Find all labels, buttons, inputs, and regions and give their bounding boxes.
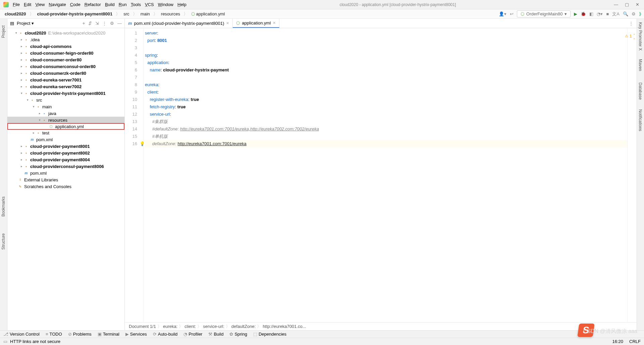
tree-item[interactable]: ▸▪cloud-eureka-server7002 — [7, 83, 124, 90]
user-icon[interactable]: 👤▾ — [499, 11, 506, 16]
minimize-icon[interactable]: — — [614, 2, 618, 7]
code-line[interactable]: #单机版​ — [145, 133, 627, 140]
profile-icon[interactable]: ◔▾ — [597, 11, 603, 16]
warning-count[interactable]: ⚠ 1 ˄ ˅ — [625, 30, 635, 42]
bottom-tool-profiler[interactable]: ◔Profiler — [183, 332, 202, 337]
code-line[interactable]: spring:​ — [145, 52, 627, 59]
bottom-tool-dependencies[interactable]: ⬚Dependencies — [253, 332, 286, 337]
right-tab-keypromoter[interactable]: Key Promoter X — [638, 22, 643, 51]
editor-crumb-item[interactable]: defaultZone: — [231, 324, 256, 329]
tree-item[interactable]: ✎Scratches and Consoles — [7, 183, 124, 190]
breadcrumb[interactable]: cloud2020〉cloud-provider-hystrix-payment… — [3, 11, 227, 17]
tree-item[interactable]: ⫴External Libraries — [7, 176, 124, 183]
left-tab-structure[interactable]: Structure — [1, 233, 6, 250]
translate-icon[interactable]: 文A — [612, 11, 620, 17]
code-line[interactable]: ​ — [145, 74, 627, 81]
menu-vcs[interactable]: VCS — [145, 2, 154, 7]
tree-item[interactable]: mpom.xml — [7, 136, 124, 143]
tree-item[interactable]: ▾▪resources — [7, 117, 124, 123]
menu-help[interactable]: Help — [177, 2, 186, 7]
code-line[interactable]: client:​ — [145, 89, 627, 96]
menu-navigate[interactable]: Navigate — [49, 2, 66, 7]
status-line-sep[interactable]: CRLF — [629, 339, 641, 344]
gear-icon[interactable]: ⚙ — [632, 11, 636, 16]
tree-item[interactable]: ▸▪cloud-provider-payment8002 — [7, 150, 124, 156]
code-line[interactable]: #集群版​ — [145, 118, 627, 125]
breadcrumb-item[interactable]: main — [139, 11, 152, 16]
bottom-tool-todo[interactable]: ≡TODO — [46, 332, 62, 337]
right-tab-database[interactable]: Database — [638, 82, 643, 100]
breadcrumb-item[interactable]: cloud-provider-hystrix-payment8001 — [35, 11, 115, 16]
maximize-icon[interactable]: ▢ — [625, 2, 629, 7]
menu-build[interactable]: Build — [105, 2, 115, 7]
bottom-tool-spring[interactable]: ✿Spring — [229, 332, 247, 337]
run-icon[interactable]: ▶ — [574, 11, 577, 16]
code-line[interactable]: name: cloud-provider-hystrix-payment​ — [145, 66, 627, 74]
project-panel-title[interactable]: Project ▾ — [17, 21, 34, 26]
right-tab-notifications[interactable]: Notifications — [638, 109, 643, 131]
editor-crumb-item[interactable]: client: — [184, 324, 196, 329]
code-line[interactable]: 💡 defaultZone: http://eureka7001.com:700… — [145, 140, 627, 148]
tree-item[interactable]: ⬡application.yml — [7, 123, 124, 130]
settings-icon[interactable]: ⚙ — [110, 21, 114, 26]
tree-item[interactable]: ▸▪test — [7, 129, 124, 136]
editor-tab[interactable]: mpom.xml (cloud-provider-hystrix-payment… — [125, 19, 233, 28]
editor-crumb-item[interactable]: Document 1/1 — [129, 324, 156, 329]
expand-all-icon[interactable]: ⇵ — [88, 21, 92, 26]
cwm-icon[interactable]: ⟫ — [639, 11, 641, 16]
bottom-tool-problems[interactable]: ⊘Problems — [68, 332, 92, 337]
tree-item[interactable]: ▸▪cloud-eureka-server7001 — [7, 76, 124, 83]
tree-item[interactable]: ▸▪java — [7, 110, 124, 117]
menu-code[interactable]: Code — [70, 2, 80, 7]
tree-item[interactable]: ▸▪cloud-consumer-feign-order80 — [7, 50, 124, 56]
tree-item[interactable]: ▸▪cloud-api-commons — [7, 43, 124, 50]
project-tree[interactable]: ▾▪cloud2020E:\idea-workspace\cloud2020▸▪… — [7, 28, 124, 191]
tree-item[interactable]: ▸▪.idea — [7, 36, 124, 43]
tab-close-icon[interactable]: ✕ — [226, 21, 229, 25]
tree-item[interactable]: ▸▪cloud-consumerconsul-order80 — [7, 63, 124, 70]
project-view-icon[interactable]: ▤ — [10, 21, 14, 26]
breadcrumb-item[interactable]: src — [121, 11, 131, 16]
editor-tab[interactable]: ⬡application.yml✕ — [233, 19, 279, 28]
tab-menu-icon[interactable]: ⋮ — [626, 19, 637, 28]
left-tab-project[interactable]: Project — [1, 25, 6, 38]
collapse-all-icon[interactable]: ⇲ — [95, 21, 99, 26]
editor-breadcrumb[interactable]: Document 1/1〉eureka:〉client:〉service-url… — [125, 322, 637, 330]
status-caret-pos[interactable]: 16:20 — [612, 339, 624, 344]
editor-crumb-item[interactable]: eureka: — [163, 324, 177, 329]
menu-run[interactable]: Run — [119, 2, 127, 7]
tab-close-icon[interactable]: ✕ — [273, 21, 276, 25]
coverage-icon[interactable]: ◧ — [589, 11, 593, 16]
code-line[interactable]: eureka:​ — [145, 81, 627, 89]
menu-file[interactable]: File — [13, 2, 20, 7]
stop-icon[interactable]: ■ — [606, 11, 609, 16]
menu-view[interactable]: View — [35, 2, 45, 7]
tree-item[interactable]: ▸▪cloud-provider-payment8004 — [7, 156, 124, 163]
search-icon[interactable]: 🔍 — [623, 11, 628, 16]
menu-edit[interactable]: Edit — [24, 2, 31, 7]
menu-window[interactable]: Window — [158, 2, 173, 7]
run-config-selector[interactable]: ⬡ OrderFeignMain80 ▾ — [517, 10, 571, 17]
editor-crumb-item[interactable]: service-url: — [203, 324, 224, 329]
code-line[interactable]: service-url:​ — [145, 111, 627, 118]
status-tool-icon[interactable]: ▭ — [3, 339, 7, 344]
tree-item[interactable]: ▸▪cloud-providerconsul-payment8006 — [7, 163, 124, 170]
tree-item[interactable]: ▾▪main — [7, 103, 124, 110]
breadcrumb-item[interactable]: resources — [159, 11, 182, 16]
right-tab-maven[interactable]: Maven — [638, 59, 643, 71]
tree-item[interactable]: ▸▪cloud-consumer-order80 — [7, 56, 124, 63]
code-line[interactable]: server:​ — [145, 30, 627, 37]
code-line[interactable]: fetch-registry: true​ — [145, 103, 627, 111]
code-line[interactable]: port: 8001​ — [145, 37, 627, 44]
breadcrumb-item[interactable]: cloud2020 — [3, 11, 28, 16]
bottom-tool-build[interactable]: ⚒Build — [208, 332, 223, 337]
code-line[interactable]: application:​ — [145, 59, 627, 66]
tree-item[interactable]: mpom.xml — [7, 170, 124, 176]
menu-refactor[interactable]: Refactor — [85, 2, 101, 7]
hide-icon[interactable]: — — [117, 21, 122, 26]
tree-item[interactable]: ▾▪src — [7, 97, 124, 103]
tree-root[interactable]: ▾▪cloud2020E:\idea-workspace\cloud2020 — [7, 30, 124, 36]
tree-item[interactable]: ▸▪cloud-consumerzk-order80 — [7, 70, 124, 76]
menu-tools[interactable]: Tools — [131, 2, 141, 7]
back-icon[interactable]: ↩ — [510, 11, 514, 16]
